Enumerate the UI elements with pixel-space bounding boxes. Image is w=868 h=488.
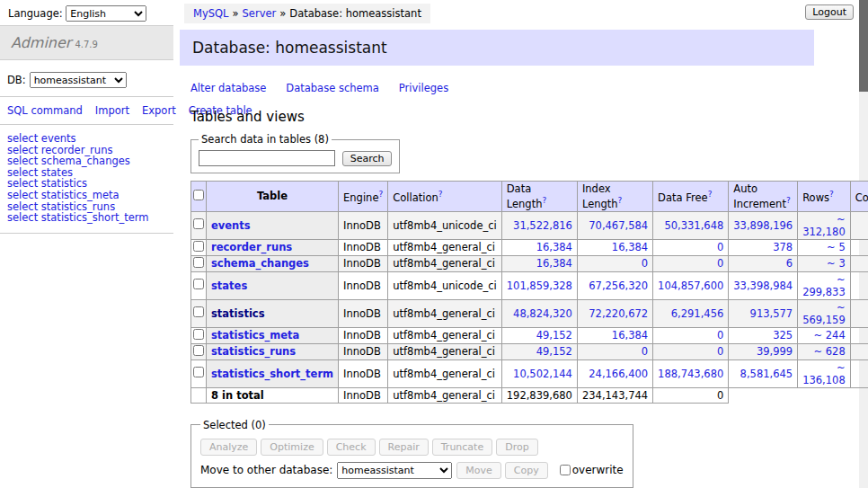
row-checkbox[interactable] xyxy=(193,329,204,340)
repair-button[interactable]: Repair xyxy=(379,439,429,456)
index-length-link[interactable]: 16,384 xyxy=(612,241,648,253)
help-icon[interactable]: ? xyxy=(829,190,834,199)
sidebar-action-export[interactable]: Export xyxy=(142,104,176,117)
sidebar-item-events[interactable]: select events xyxy=(7,133,166,145)
table-row: statisticsInnoDButf8mb4_general_ci48,824… xyxy=(191,299,868,327)
row-checkbox[interactable] xyxy=(193,367,204,377)
row-checkbox[interactable] xyxy=(193,257,204,268)
data-free-link[interactable]: 50,331,648 xyxy=(664,219,723,232)
search-button[interactable]: Search xyxy=(342,151,393,166)
data-length-cell: 49,152 xyxy=(501,327,577,343)
auto-increment-link[interactable]: 6 xyxy=(786,257,793,270)
sidebar-action-import[interactable]: Import xyxy=(95,104,129,117)
data-length-link[interactable]: 31,522,816 xyxy=(513,219,572,232)
adminer-logo[interactable]: Adminer xyxy=(11,34,71,51)
adminer-brand[interactable]: Adminer4.7.9 xyxy=(0,25,173,60)
scrollbar-thumb[interactable] xyxy=(859,0,868,92)
engine-cell: InnoDB xyxy=(339,255,388,271)
link-alter-database[interactable]: Alter database xyxy=(190,82,266,94)
help-icon[interactable]: ? xyxy=(378,190,383,199)
search-input[interactable] xyxy=(199,150,335,166)
overwrite-checkbox[interactable] xyxy=(560,465,571,475)
auto-increment-link[interactable]: 378 xyxy=(773,241,793,253)
row-checkbox[interactable] xyxy=(193,241,204,252)
index-length-link[interactable]: 24,166,400 xyxy=(589,368,648,380)
rows-link[interactable]: ~ 299,833 xyxy=(802,273,846,298)
data-length-link[interactable]: 16,384 xyxy=(536,241,572,253)
rows-link[interactable]: ~ 136,108 xyxy=(802,361,846,386)
link-privileges[interactable]: Privileges xyxy=(399,82,448,94)
truncate-button[interactable]: Truncate xyxy=(432,439,492,456)
rows-link[interactable]: ~ 312,180 xyxy=(802,213,846,238)
move-database-select[interactable]: homeassistant xyxy=(337,462,452,479)
table-link-statistics[interactable]: statistics xyxy=(211,307,265,320)
row-checkbox[interactable] xyxy=(193,218,204,229)
check-button[interactable]: Check xyxy=(327,439,376,456)
index-length-link[interactable]: 70,467,584 xyxy=(589,219,648,232)
table-link-statistics_short_term[interactable]: statistics_short_term xyxy=(211,368,333,380)
rows-link[interactable]: ~ 3 xyxy=(827,257,846,270)
data-free-link[interactable]: 0 xyxy=(717,329,723,342)
auto-increment-link[interactable]: 325 xyxy=(773,329,793,342)
row-checkbox[interactable] xyxy=(193,279,204,289)
analyze-button[interactable]: Analyze xyxy=(200,439,257,456)
data-length-link[interactable]: 16,384 xyxy=(536,257,572,270)
drop-button[interactable]: Drop xyxy=(496,439,537,456)
selected-buttons: AnalyzeOptimizeCheckRepairTruncateDrop xyxy=(200,439,624,456)
index-length-link[interactable]: 0 xyxy=(642,257,648,270)
help-icon[interactable]: ? xyxy=(708,190,713,199)
row-checkbox[interactable] xyxy=(193,345,204,356)
sidebar-item-statistics_meta[interactable]: select statistics_meta xyxy=(7,190,166,201)
data-free-link[interactable]: 188,743,680 xyxy=(658,368,723,380)
data-length-link[interactable]: 49,152 xyxy=(536,345,572,358)
data-length-link[interactable]: 10,502,144 xyxy=(513,368,572,380)
auto-increment-link[interactable]: 33,398,984 xyxy=(733,279,793,292)
rows-link[interactable]: ~ 5 xyxy=(827,241,846,253)
language-select[interactable]: English xyxy=(66,5,146,22)
rows-link[interactable]: ~ 244 xyxy=(813,329,845,342)
table-link-recorder_runs[interactable]: recorder_runs xyxy=(211,241,292,253)
data-length-link[interactable]: 101,859,328 xyxy=(507,279,572,292)
index-length-link[interactable]: 67,256,320 xyxy=(589,279,648,292)
data-free-link[interactable]: 0 xyxy=(717,241,723,253)
auto-increment-link[interactable]: 33,898,196 xyxy=(733,219,793,232)
data-length-link[interactable]: 48,824,320 xyxy=(513,307,572,320)
help-icon[interactable]: ? xyxy=(786,196,791,205)
tables-heading: Tables and views xyxy=(190,109,814,125)
auto-increment-link[interactable]: 913,577 xyxy=(750,307,793,320)
sidebar-action-sql-command[interactable]: SQL command xyxy=(7,104,83,117)
tables-table: TableEngine?Collation?Data Length?Index … xyxy=(190,181,868,404)
data-free-link[interactable]: 104,857,600 xyxy=(658,279,723,292)
table-link-events[interactable]: events xyxy=(211,219,251,232)
help-icon[interactable]: ? xyxy=(542,196,546,205)
auto-increment-link[interactable]: 8,581,645 xyxy=(740,368,793,380)
data-free-link[interactable]: 6,291,456 xyxy=(671,307,724,320)
row-checkbox[interactable] xyxy=(193,306,204,317)
copy-button[interactable]: Copy xyxy=(505,462,548,479)
help-icon[interactable]: ? xyxy=(618,196,623,205)
table-link-schema_changes[interactable]: schema_changes xyxy=(211,257,309,270)
auto-increment-link[interactable]: 39,999 xyxy=(757,345,793,358)
optimize-button[interactable]: Optimize xyxy=(261,439,323,456)
sidebar-item-schema_changes[interactable]: select schema_changes xyxy=(7,155,166,167)
table-link-statistics_runs[interactable]: statistics_runs xyxy=(211,345,296,358)
data-free-link[interactable]: 0 xyxy=(717,257,723,270)
breadcrumb-mysql[interactable]: MySQL xyxy=(193,7,229,20)
data-free-link[interactable]: 0 xyxy=(717,345,723,358)
help-icon[interactable]: ? xyxy=(438,190,443,199)
select-all-checkbox[interactable] xyxy=(193,190,204,200)
data-length-link[interactable]: 49,152 xyxy=(536,329,572,342)
table-link-states[interactable]: states xyxy=(211,279,247,292)
table-row: statistics_metaInnoDButf8mb4_general_ci4… xyxy=(191,327,868,343)
rows-link[interactable]: ~ 628 xyxy=(813,345,845,358)
link-database-schema[interactable]: Database schema xyxy=(286,82,378,94)
rows-link[interactable]: ~ 569,159 xyxy=(802,301,846,326)
breadcrumb-server[interactable]: Server xyxy=(243,7,277,20)
sidebar-item-statistics_short_term[interactable]: select statistics_short_term xyxy=(7,212,166,224)
index-length-link[interactable]: 0 xyxy=(642,345,648,358)
move-button[interactable]: Move xyxy=(456,462,501,479)
table-link-statistics_meta[interactable]: statistics_meta xyxy=(211,329,299,342)
index-length-link[interactable]: 16,384 xyxy=(612,329,648,342)
db-select[interactable]: homeassistant xyxy=(30,72,127,88)
index-length-link[interactable]: 72,220,672 xyxy=(589,307,648,320)
